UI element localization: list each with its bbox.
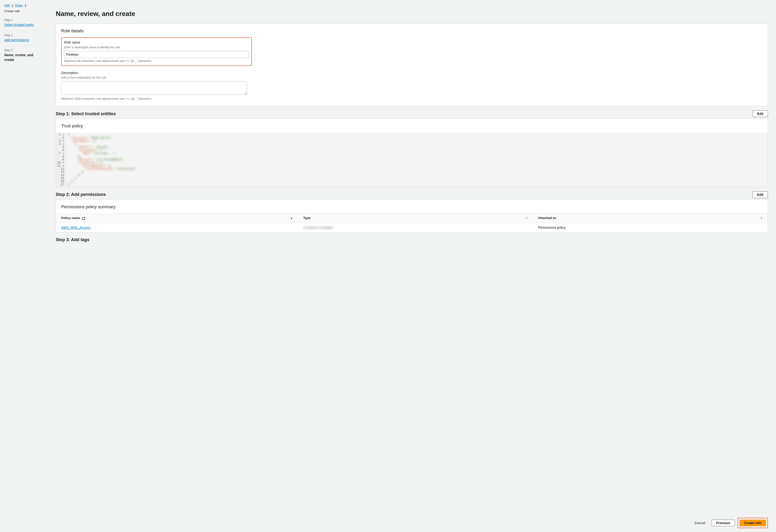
col-policy-name[interactable]: Policy name ▲ [56, 213, 298, 223]
previous-button[interactable]: Previous [712, 520, 735, 526]
role-name-constraint: Maximum 64 characters. Use alphanumeric … [64, 59, 249, 63]
sort-icon: ▽ [526, 216, 528, 220]
chevron-right-icon: ❯ [11, 4, 14, 8]
role-details-panel: Role details Role name Enter a meaningfu… [56, 24, 768, 106]
role-name-label: Role name [64, 40, 249, 45]
wizard-step-2[interactable]: Step 2 Add permissions [0, 31, 48, 46]
cancel-button[interactable]: Cancel [691, 520, 709, 526]
footer-actions: Cancel Previous Create role [0, 514, 776, 532]
permissions-table: Policy name ▲ Type ▽ [56, 213, 768, 232]
description-label: Description [61, 71, 247, 75]
trust-policy-editor: 1 ▾ 2 3 ▾ 4 ▾ 5 6 7 ▾ 8 9 10 ▾ 11 ▾ 12 1… [56, 132, 768, 187]
step-link-add-permissions[interactable]: Add permissions [4, 38, 29, 42]
step-link-trusted-entity[interactable]: Select trusted entity [4, 23, 34, 27]
policy-attached-as: Permissions policy [538, 226, 566, 230]
step1-heading: Step 1: Select trusted entities [56, 111, 116, 117]
step3-heading: Step 3: Add tags [56, 237, 89, 243]
table-row: AWS_MSK_Access Customer managed Permissi… [56, 223, 768, 232]
trust-policy-panel: Trust policy 1 ▾ 2 3 ▾ 4 ▾ 5 6 7 ▾ 8 9 1… [56, 118, 768, 187]
step-number: Step 1 [4, 18, 43, 22]
role-name-input[interactable] [64, 51, 249, 58]
page-title: Name, review, and create [56, 9, 768, 18]
wizard-step-1[interactable]: Step 1 Select trusted entity [0, 16, 48, 31]
code-blurred: { "Version": "2012-10-17", "Statement": … [66, 132, 768, 187]
permissions-panel: Permissions policy summary Policy name ▲ [56, 200, 768, 233]
sort-icon: ▽ [761, 216, 762, 220]
col-attached-as[interactable]: Attached as ▽ [533, 213, 768, 223]
role-name-help: Enter a meaningful name to identify this… [64, 45, 249, 49]
external-link-icon [82, 217, 85, 220]
edit-permissions-button[interactable]: Edit [753, 191, 768, 198]
wizard-step-3: Step 3 Name, review, and create [0, 46, 48, 65]
policy-type: Customer managed [303, 226, 333, 230]
policy-link[interactable]: AWS_MSK_Access [61, 226, 90, 230]
panel-title: Role details [56, 24, 768, 37]
main-content: Name, review, and create Role details Ro… [48, 0, 776, 532]
edit-trusted-entities-button[interactable]: Edit [753, 110, 768, 117]
line-number-gutter: 1 ▾ 2 3 ▾ 4 ▾ 5 6 7 ▾ 8 9 10 ▾ 11 ▾ 12 1… [56, 132, 66, 187]
col-type[interactable]: Type ▽ [298, 213, 533, 223]
step-number: Step 3 [4, 48, 43, 52]
create-role-button[interactable]: Create role [740, 520, 766, 526]
description-help: Add a short explanation for this role. [61, 76, 247, 80]
breadcrumb-iam[interactable]: IAM [4, 3, 10, 8]
step-number: Step 2 [4, 33, 43, 37]
panel-title: Trust policy [56, 119, 768, 132]
step3-header-bar: Step 3: Add tags [56, 237, 768, 243]
breadcrumb: IAM ❯ Roles ❯ Create role [0, 3, 48, 16]
panel-title: Permissions policy summary [56, 200, 768, 213]
sort-asc-icon: ▲ [290, 216, 293, 220]
step-current-label: Name, review, and create [4, 53, 43, 62]
role-name-highlight: Role name Enter a meaningful name to ide… [61, 37, 252, 66]
create-role-highlight: Create role [738, 518, 768, 528]
step2-header-bar: Step 2: Add permissions Edit [56, 191, 768, 198]
sidebar: IAM ❯ Roles ❯ Create role Step 1 Select … [0, 0, 48, 532]
step1-header-bar: Step 1: Select trusted entities Edit [56, 110, 768, 117]
description-constraint: Maximum 1000 characters. Use alphanumeri… [61, 97, 247, 101]
chevron-right-icon: ❯ [24, 4, 27, 8]
breadcrumb-current: Create role [4, 9, 19, 13]
step2-heading: Step 2: Add permissions [56, 192, 106, 198]
breadcrumb-roles[interactable]: Roles [15, 3, 23, 8]
description-textarea[interactable] [61, 81, 247, 94]
